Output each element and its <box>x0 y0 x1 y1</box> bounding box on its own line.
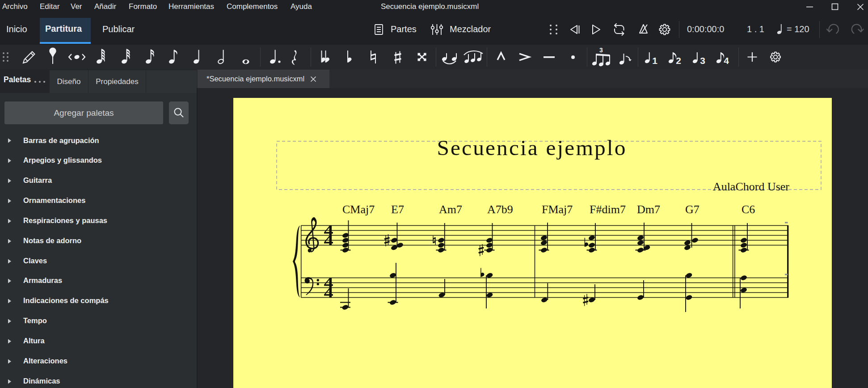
svg-text:Am7: Am7 <box>439 203 462 216</box>
svg-text:F#dim7: F#dim7 <box>590 203 626 216</box>
svg-text:E7: E7 <box>391 203 404 216</box>
svg-text:Dm7: Dm7 <box>637 203 660 216</box>
svg-text:G7: G7 <box>685 203 699 216</box>
svg-text:C6: C6 <box>742 203 755 216</box>
svg-text:3: 3 <box>599 46 603 54</box>
svg-text:1: 1 <box>652 55 657 66</box>
svg-text:Secuencia ejemplo: Secuencia ejemplo <box>437 135 627 160</box>
svg-text:3: 3 <box>700 55 705 66</box>
svg-text:CMaj7: CMaj7 <box>342 203 375 216</box>
svg-text:FMaj7: FMaj7 <box>542 203 573 216</box>
svg-text:A7b9: A7b9 <box>487 203 513 216</box>
svg-text:4: 4 <box>724 55 729 66</box>
svg-text:2: 2 <box>676 55 681 66</box>
svg-text:AulaChord User: AulaChord User <box>713 180 789 193</box>
